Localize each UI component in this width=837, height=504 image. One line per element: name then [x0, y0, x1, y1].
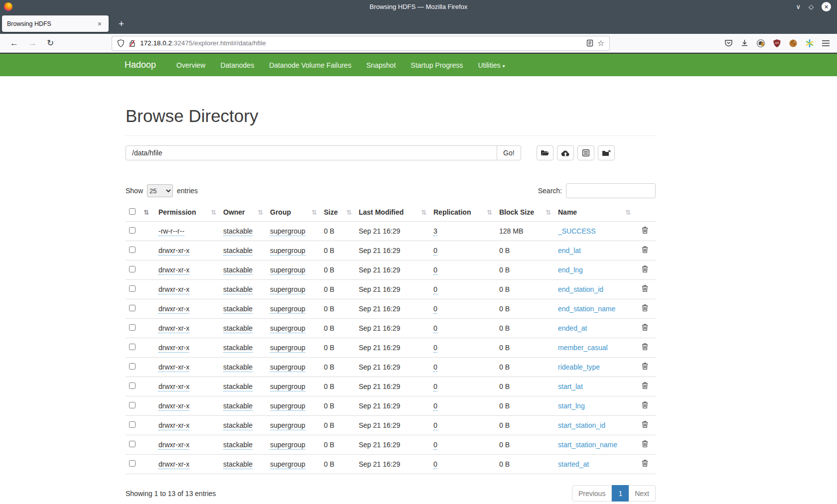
owner-value[interactable]: stackable	[223, 344, 253, 353]
delete-button[interactable]	[641, 226, 649, 237]
previous-page-button[interactable]: Previous	[572, 485, 612, 502]
column-block-size[interactable]: Block Size⇅	[499, 203, 558, 222]
owner-value[interactable]: stackable	[223, 227, 253, 236]
reload-icon[interactable]: ↻	[42, 38, 59, 48]
permission-value[interactable]: drwxr-xr-x	[158, 421, 189, 430]
multi-account-extension-icon[interactable]	[805, 39, 814, 48]
row-checkbox[interactable]	[129, 305, 136, 311]
column-name[interactable]: Name⇅	[558, 203, 638, 222]
set-storage-policy-button[interactable]	[577, 145, 594, 160]
group-value[interactable]: supergroup	[270, 363, 305, 372]
row-checkbox[interactable]	[129, 441, 136, 447]
navbar-item-datanodes[interactable]: Datanodes	[213, 55, 262, 76]
permission-value[interactable]: drwxr-xr-x	[158, 441, 189, 450]
permission-value[interactable]: drwxr-xr-x	[158, 324, 189, 333]
owner-value[interactable]: stackable	[223, 460, 253, 469]
file-link[interactable]: start_station_id	[558, 421, 605, 429]
upload-files-button[interactable]	[557, 145, 574, 160]
replication-value[interactable]: 0	[433, 324, 437, 333]
owner-value[interactable]: stackable	[223, 382, 253, 391]
group-value[interactable]: supergroup	[270, 441, 305, 450]
navbar-item-startup-progress[interactable]: Startup Progress	[403, 55, 470, 76]
close-icon[interactable]: ×	[822, 2, 831, 11]
permission-value[interactable]: drwxr-xr-x	[158, 344, 189, 353]
file-link[interactable]: started_at	[558, 460, 589, 468]
page-size-select[interactable]: 25	[147, 184, 173, 197]
row-checkbox[interactable]	[129, 363, 136, 370]
navbar-item-snapshot[interactable]: Snapshot	[359, 55, 403, 76]
delete-button[interactable]	[641, 303, 649, 314]
file-link[interactable]: end_lng	[558, 266, 583, 274]
delete-button[interactable]	[641, 264, 649, 275]
row-checkbox[interactable]	[129, 285, 136, 292]
replication-value[interactable]: 0	[433, 441, 437, 450]
replication-value[interactable]: 0	[433, 421, 437, 430]
permission-value[interactable]: drwxr-xr-x	[158, 285, 189, 294]
new-tab-button[interactable]: +	[116, 18, 127, 29]
tab-close-icon[interactable]: ×	[96, 19, 104, 29]
select-all-checkbox[interactable]	[129, 208, 136, 215]
owner-value[interactable]: stackable	[223, 421, 253, 430]
sort-icon[interactable]: ⇅	[421, 209, 426, 216]
back-icon[interactable]: ←	[5, 38, 23, 48]
delete-button[interactable]	[641, 323, 649, 334]
permission-value[interactable]: -rw-r--r--	[158, 227, 184, 236]
column-last-modified[interactable]: Last Modified⇅	[359, 203, 433, 222]
replication-value[interactable]: 0	[433, 285, 437, 294]
file-link[interactable]: start_lng	[558, 402, 585, 410]
sort-icon[interactable]: ⇅	[625, 209, 631, 216]
row-checkbox[interactable]	[129, 247, 136, 253]
sort-icon[interactable]: ⇅	[487, 209, 492, 216]
row-checkbox[interactable]	[129, 324, 136, 331]
minimize-icon[interactable]: ∨	[796, 3, 801, 10]
delete-button[interactable]	[641, 362, 649, 373]
group-value[interactable]: supergroup	[270, 421, 305, 430]
row-checkbox[interactable]	[129, 382, 136, 389]
column-replication[interactable]: Replication⇅	[433, 203, 499, 222]
permission-value[interactable]: drwxr-xr-x	[158, 363, 189, 372]
delete-button[interactable]	[641, 342, 649, 353]
row-checkbox[interactable]	[129, 402, 136, 408]
maximize-icon[interactable]: ◇	[809, 3, 814, 10]
directory-path-input[interactable]	[126, 145, 497, 160]
permission-value[interactable]: drwxr-xr-x	[158, 402, 189, 411]
forward-icon[interactable]: →	[23, 38, 42, 48]
group-value[interactable]: supergroup	[270, 460, 305, 469]
navbar-brand[interactable]: Hadoop	[125, 60, 156, 70]
next-page-button[interactable]: Next	[629, 485, 656, 502]
sort-icon[interactable]: ⇅	[346, 209, 352, 216]
owner-value[interactable]: stackable	[223, 305, 253, 314]
replication-value[interactable]: 0	[433, 247, 437, 255]
group-value[interactable]: supergroup	[270, 266, 305, 275]
group-value[interactable]: supergroup	[270, 382, 305, 391]
ublock-icon[interactable]: uO	[773, 39, 781, 48]
file-link[interactable]: start_lat	[558, 382, 583, 390]
file-link[interactable]: rideable_type	[558, 363, 600, 371]
column-owner[interactable]: Owner⇅	[223, 203, 270, 222]
permission-value[interactable]: drwxr-xr-x	[158, 305, 189, 314]
delete-button[interactable]	[641, 459, 649, 470]
permission-value[interactable]: drwxr-xr-x	[158, 382, 189, 391]
file-link[interactable]: end_lat	[558, 247, 581, 254]
row-checkbox[interactable]	[129, 460, 136, 467]
cookie-extension-icon[interactable]	[789, 39, 798, 48]
column-permission[interactable]: Permission⇅	[158, 203, 223, 222]
group-value[interactable]: supergroup	[270, 324, 305, 333]
group-value[interactable]: supergroup	[270, 344, 305, 353]
delete-button[interactable]	[641, 245, 649, 256]
row-checkbox[interactable]	[129, 344, 136, 350]
group-value[interactable]: supergroup	[270, 402, 305, 411]
group-value[interactable]: supergroup	[270, 285, 305, 294]
delete-button[interactable]	[641, 439, 649, 450]
search-input[interactable]	[566, 183, 656, 198]
permission-value[interactable]: drwxr-xr-x	[158, 460, 189, 469]
owner-value[interactable]: stackable	[223, 266, 253, 275]
replication-value[interactable]: 0	[433, 266, 437, 275]
select-all-header[interactable]: ⇅	[126, 203, 158, 222]
proxy-extension-icon[interactable]	[756, 39, 765, 48]
owner-value[interactable]: stackable	[223, 285, 253, 294]
go-button[interactable]: Go!	[497, 145, 521, 160]
row-checkbox[interactable]	[129, 266, 136, 272]
replication-value[interactable]: 0	[433, 305, 437, 314]
current-page-button[interactable]: 1	[612, 485, 629, 502]
